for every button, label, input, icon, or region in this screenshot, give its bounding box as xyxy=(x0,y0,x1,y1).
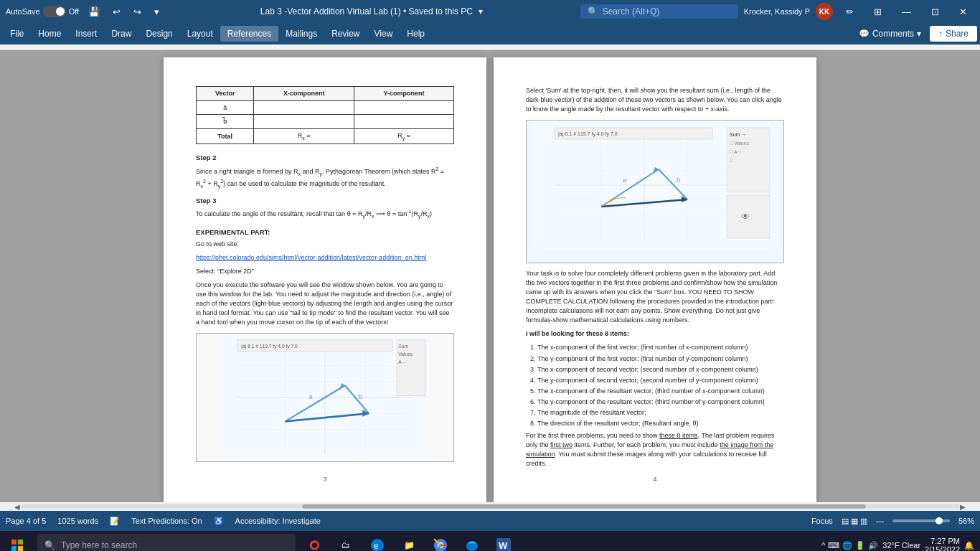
scroll-left-arrow[interactable]: ◀ xyxy=(14,503,20,511)
taskbar-word[interactable]: W xyxy=(488,531,519,551)
menu-bar: File Home Insert Draw Design Layout Refe… xyxy=(0,23,980,44)
vec-a-x xyxy=(254,100,354,115)
autosave-area: AutoSave Off xyxy=(6,6,79,17)
list-item: The y-component of the first vector; (fi… xyxy=(537,354,784,364)
taskbar-cortana[interactable]: ⭕ xyxy=(298,531,330,551)
vec-b: b̄ xyxy=(197,115,254,129)
scroll-track[interactable] xyxy=(20,504,960,509)
taskbar-msedge2[interactable] xyxy=(456,531,488,551)
col-y: Y-component xyxy=(354,87,454,101)
zoom-separator: — xyxy=(876,517,884,525)
taskbar-task-view[interactable]: 🗂 xyxy=(330,531,362,551)
close-button[interactable]: ✕ xyxy=(952,4,974,20)
svg-rect-42 xyxy=(727,128,770,192)
col-vector: Vector xyxy=(197,87,254,101)
avatar[interactable]: KK xyxy=(816,3,833,20)
chevron-icon[interactable]: ^ xyxy=(821,541,825,550)
taskbar-edge[interactable]: e xyxy=(362,531,393,551)
vec-a-y xyxy=(354,100,454,115)
share-icon: ↑ xyxy=(938,29,943,39)
minimize-button[interactable]: — xyxy=(895,4,918,20)
menu-draw[interactable]: Draw xyxy=(104,26,138,42)
title-dropdown-arrow[interactable]: ▾ xyxy=(479,6,483,17)
track-changes-icon: 📝 xyxy=(110,517,120,526)
share-button[interactable]: ↑ Share xyxy=(930,26,977,42)
menu-view[interactable]: View xyxy=(367,26,400,42)
start-button[interactable] xyxy=(0,531,34,551)
menu-file[interactable]: File xyxy=(3,26,31,42)
accessibility-label[interactable]: Accessibility: Investigate xyxy=(235,517,321,525)
taskbar-search-input[interactable] xyxy=(61,540,262,550)
customize-button[interactable]: ▾ xyxy=(151,5,163,19)
table-row: b̄ xyxy=(197,115,454,129)
list-item: The y-component of the resultant vector;… xyxy=(537,397,784,407)
view-switch-button[interactable]: ⊞ xyxy=(867,4,889,20)
taskbar-files[interactable]: 📁 xyxy=(393,531,425,551)
svg-text:□ A→: □ A→ xyxy=(730,149,742,154)
svg-text:W: W xyxy=(499,540,508,551)
vec-b-y xyxy=(354,115,454,129)
notifications-icon[interactable]: 🔔 xyxy=(964,541,974,550)
ry-val: Ry = xyxy=(354,128,454,144)
maximize-button[interactable]: ⊡ xyxy=(924,4,946,20)
menu-mailings[interactable]: Mailings xyxy=(278,26,324,42)
intro-text: Select 'Sum' at the top-right, then, it … xyxy=(526,86,784,114)
svg-text:|a| 8.1  # 119.7  fy  4.0  fy : |a| 8.1 # 119.7 fy 4.0 fy 7.0 xyxy=(558,131,618,137)
list-item: The y-component of second vector; (secon… xyxy=(537,376,784,385)
menu-layout[interactable]: Layout xyxy=(180,26,220,42)
svg-text:a: a xyxy=(623,176,626,184)
exp-para: Once you execute the software you will s… xyxy=(196,281,454,327)
zoom-thumb[interactable] xyxy=(936,517,943,524)
scroll-right-arrow[interactable]: ▶ xyxy=(960,503,966,511)
list-item: The direction of the resultant vector; (… xyxy=(537,419,784,428)
svg-text:b: b xyxy=(359,394,362,401)
battery-icon[interactable]: 🔋 xyxy=(855,541,865,550)
horizontal-scrollbar[interactable]: ◀ ▶ xyxy=(0,502,980,511)
network-icon[interactable]: 🌐 xyxy=(842,541,852,550)
comments-dropdown[interactable]: ▾ xyxy=(917,29,921,39)
table-row: ā xyxy=(197,100,454,115)
taskbar-search[interactable]: 🔍 xyxy=(37,534,296,551)
list-item: The x-component of second vector; (secon… xyxy=(537,365,784,375)
text-predictions[interactable]: Text Predictions: On xyxy=(131,517,202,525)
search-input[interactable] xyxy=(603,6,725,17)
comments-button[interactable]: 💬 Comments ▾ xyxy=(853,26,927,42)
scroll-thumb[interactable] xyxy=(302,504,866,509)
redo-button[interactable]: ↪ xyxy=(130,5,145,19)
svg-text:Values: Values xyxy=(398,352,413,357)
autosave-toggle[interactable] xyxy=(43,6,66,17)
weather-display: 32°F Clear xyxy=(882,541,920,550)
status-bar: Page 4 of 5 1025 words 📝 Text Prediction… xyxy=(0,511,980,531)
speaker-icon[interactable]: 🔊 xyxy=(868,541,878,550)
svg-rect-53 xyxy=(18,546,23,551)
ribbon xyxy=(0,44,980,50)
undo-button[interactable]: ↩ xyxy=(109,5,124,19)
svg-rect-52 xyxy=(11,546,17,551)
taskbar-chrome[interactable] xyxy=(425,531,456,551)
sim-screenshot-left: a b Sum Values A→ |a| 8.1 # 119.7 fy 4.0… xyxy=(196,333,454,462)
menu-home[interactable]: Home xyxy=(31,26,68,42)
time-display[interactable]: 7:27 PM 2/15/2022 xyxy=(925,537,960,551)
menu-references[interactable]: References xyxy=(220,26,278,42)
menu-insert[interactable]: Insert xyxy=(68,26,104,42)
search-icon: 🔍 xyxy=(588,6,598,17)
focus-label[interactable]: Focus xyxy=(811,517,833,525)
svg-rect-50 xyxy=(11,540,17,545)
task-text: Your task is to solve four completely di… xyxy=(526,269,784,325)
page-4: Select 'Sum' at the top-right, then, it … xyxy=(494,57,816,502)
zoom-slider[interactable] xyxy=(892,519,950,522)
sim-link[interactable]: https://phet.colorado.edu/sims/html/vect… xyxy=(196,253,454,263)
goto-label: Go to web site: xyxy=(196,240,454,249)
svg-text:□ Values: □ Values xyxy=(730,141,750,146)
menu-review[interactable]: Review xyxy=(324,26,367,42)
vec-b-x xyxy=(254,115,354,129)
keyboard-icon: ⌨ xyxy=(828,541,839,550)
save-button[interactable]: 💾 xyxy=(85,5,103,19)
search-box[interactable]: 🔍 xyxy=(580,4,738,19)
status-right: Focus ▤ ▦ ▥ — 56% xyxy=(811,517,974,526)
comment-icon: 💬 xyxy=(859,29,870,39)
menu-design[interactable]: Design xyxy=(138,26,179,42)
step3-heading: Step 3 xyxy=(196,196,454,205)
menu-help[interactable]: Help xyxy=(400,26,432,42)
edit-icon[interactable]: ✏ xyxy=(839,4,861,20)
